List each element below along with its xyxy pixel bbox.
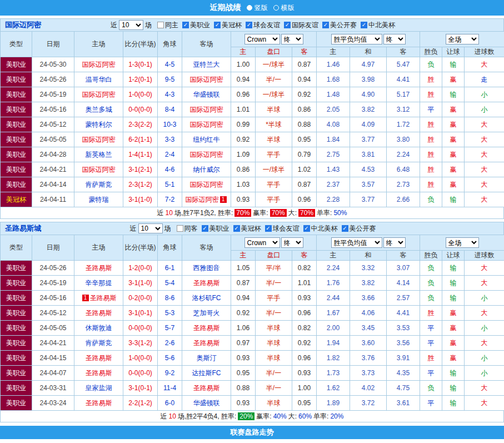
away-team[interactable]: 国际迈阿密 — [182, 102, 231, 117]
checkbox-icon[interactable]: ✓ — [303, 225, 310, 232]
home-team[interactable]: 肯萨斯竞 — [74, 336, 123, 351]
team-link[interactable]: 国际迈阿密 — [190, 151, 223, 158]
filter-checkbox[interactable]: ✓美职业 — [182, 21, 210, 30]
checkbox-icon[interactable]: ✓ — [322, 22, 329, 28]
radio-selected-icon[interactable] — [247, 5, 252, 11]
filter-checkbox[interactable]: ✓美公开赛 — [322, 21, 357, 30]
team-link[interactable]: 奥兰多城 — [86, 106, 112, 113]
home-team[interactable]: 1圣路易斯 — [74, 291, 123, 306]
away-team[interactable]: 圣路易斯 — [182, 321, 231, 336]
team-link[interactable]: 奥斯汀 — [197, 354, 217, 362]
team-name[interactable]: 国际迈阿密 — [5, 20, 41, 30]
checkbox-icon[interactable]: ✓ — [342, 225, 348, 232]
team-link[interactable]: 圣路易斯 — [193, 279, 220, 287]
team-name[interactable]: 圣路易斯城 — [5, 223, 41, 233]
home-team[interactable]: 新英格兰 — [74, 147, 123, 162]
bookmaker-select[interactable]: Crown — [244, 34, 280, 44]
team-link[interactable]: 洛杉矶FC — [192, 294, 221, 302]
away-team[interactable]: 华盛顿联 — [182, 87, 231, 102]
home-team[interactable]: 奥兰多城 — [74, 102, 123, 117]
home-team[interactable]: 温哥华白 — [74, 72, 123, 87]
filter-checkbox[interactable]: ✓国际友谊 — [284, 21, 318, 30]
home-team[interactable]: 休斯敦迪 — [74, 321, 123, 336]
away-team[interactable]: 圣路易斯 — [182, 336, 231, 351]
team-link[interactable]: 亚特兰大 — [193, 61, 220, 68]
away-team[interactable]: 国际迈阿密 — [182, 72, 231, 87]
europe-odds-select[interactable]: 胜平负均值 — [331, 34, 382, 44]
home-team[interactable]: 国际迈阿密 — [74, 57, 123, 72]
team-link[interactable]: 芝加哥火 — [193, 309, 220, 317]
filter-checkbox[interactable]: 同客 — [177, 224, 198, 233]
odds-state-select[interactable]: 终 — [281, 237, 303, 248]
team-link[interactable]: 圣路易斯 — [86, 309, 112, 317]
team-link[interactable]: 国际迈阿密 — [82, 136, 116, 143]
team-link[interactable]: 华盛顿联 — [193, 91, 220, 98]
radio-horizontal-layout[interactable]: 横版 — [273, 3, 295, 13]
away-team[interactable]: 圣路易斯 — [182, 381, 231, 396]
team-link[interactable]: 圣路易斯 — [193, 339, 220, 347]
home-team[interactable]: 圣路易斯 — [74, 261, 123, 276]
radio-unselected-icon[interactable] — [273, 5, 279, 11]
team-link[interactable]: 国际迈阿密 — [82, 91, 116, 98]
away-team[interactable]: 国际迈阿密 — [182, 147, 231, 162]
team-link[interactable]: 圣路易斯 — [86, 354, 112, 362]
odds-state-select[interactable]: 终 — [281, 34, 303, 44]
team-link[interactable]: 国际迈阿密 — [190, 76, 223, 83]
filter-checkbox[interactable]: ✓美公开赛 — [342, 224, 376, 233]
checkbox-icon[interactable]: ✓ — [182, 22, 189, 28]
away-team[interactable]: 洛杉矶FC — [182, 291, 231, 306]
team-link[interactable]: 国际迈阿密 — [190, 181, 223, 188]
home-team[interactable]: 圣路易斯 — [74, 396, 123, 411]
home-team[interactable]: 皇家盐湖 — [74, 381, 123, 396]
checkbox-icon[interactable]: ✓ — [246, 22, 252, 28]
team-link[interactable]: 圣路易斯 — [90, 294, 117, 302]
team-link[interactable]: 纽约红牛 — [193, 136, 220, 143]
team-link[interactable]: 圣路易斯 — [86, 399, 112, 407]
bookmaker-select[interactable]: Crown — [244, 237, 280, 248]
team-link[interactable]: 国际迈阿密 — [190, 106, 223, 113]
team-link[interactable]: 休斯敦迪 — [86, 324, 112, 332]
away-team[interactable]: 国际迈阿密 — [182, 177, 231, 192]
home-team[interactable]: 辛辛那提 — [74, 276, 123, 291]
match-count-select[interactable]: 10 — [119, 20, 143, 30]
team-link[interactable]: 皇家盐湖 — [86, 384, 112, 392]
team-link[interactable]: 国际迈阿密 — [186, 196, 219, 203]
checkbox-icon[interactable] — [157, 22, 164, 28]
checkbox-icon[interactable]: ✓ — [214, 22, 221, 28]
team-link[interactable]: 圣路易斯 — [86, 369, 112, 377]
europe-odds-select[interactable]: 胜平负均值 — [331, 237, 382, 248]
team-link[interactable]: 纳什威尔 — [193, 166, 220, 173]
team-link[interactable]: 辛辛那提 — [86, 279, 112, 287]
checkbox-icon[interactable]: ✓ — [284, 22, 291, 28]
europe-state-select[interactable]: 终 — [383, 237, 406, 248]
away-team[interactable]: 纳什威尔 — [182, 162, 231, 177]
filter-checkbox[interactable]: ✓美冠杯 — [214, 21, 242, 30]
away-team[interactable]: 亚特兰大 — [182, 57, 231, 72]
home-team[interactable]: 国际迈阿密 — [74, 87, 123, 102]
filter-checkbox[interactable]: ✓球会友谊 — [246, 21, 280, 30]
team-link[interactable]: 蒙特利尔 — [86, 121, 112, 128]
away-team[interactable]: 西雅图音 — [182, 261, 231, 276]
team-link[interactable]: 肯萨斯竞 — [86, 339, 112, 347]
filter-checkbox[interactable]: 同主 — [157, 21, 178, 30]
team-link[interactable]: 圣路易斯 — [193, 384, 220, 392]
team-link[interactable]: 圣路易斯 — [86, 264, 112, 272]
checkbox-icon[interactable]: ✓ — [233, 225, 240, 232]
away-team[interactable]: 圣路易斯 — [182, 276, 231, 291]
filter-checkbox[interactable]: ✓中北美杯 — [303, 224, 338, 233]
team-link[interactable]: 温哥华白 — [86, 76, 112, 83]
home-team[interactable]: 圣路易斯 — [74, 306, 123, 321]
checkbox-icon[interactable]: ✓ — [265, 225, 272, 232]
home-team[interactable]: 国际迈阿密 — [74, 132, 123, 147]
filter-checkbox[interactable]: ✓球会友谊 — [265, 224, 300, 233]
scope-select[interactable]: 全场 — [446, 34, 479, 44]
home-team[interactable]: 国际迈阿密 — [74, 162, 123, 177]
filter-checkbox[interactable]: ✓美职业 — [202, 224, 229, 233]
home-team[interactable]: 圣路易斯 — [74, 366, 123, 381]
checkbox-icon[interactable] — [177, 225, 183, 232]
away-team[interactable]: 国际迈阿密1 — [182, 192, 231, 207]
team-link[interactable]: 国际迈阿密 — [190, 121, 223, 128]
home-team[interactable]: 圣路易斯 — [74, 351, 123, 366]
team-link[interactable]: 肯萨斯竞 — [86, 181, 112, 188]
checkbox-icon[interactable]: ✓ — [361, 22, 367, 28]
